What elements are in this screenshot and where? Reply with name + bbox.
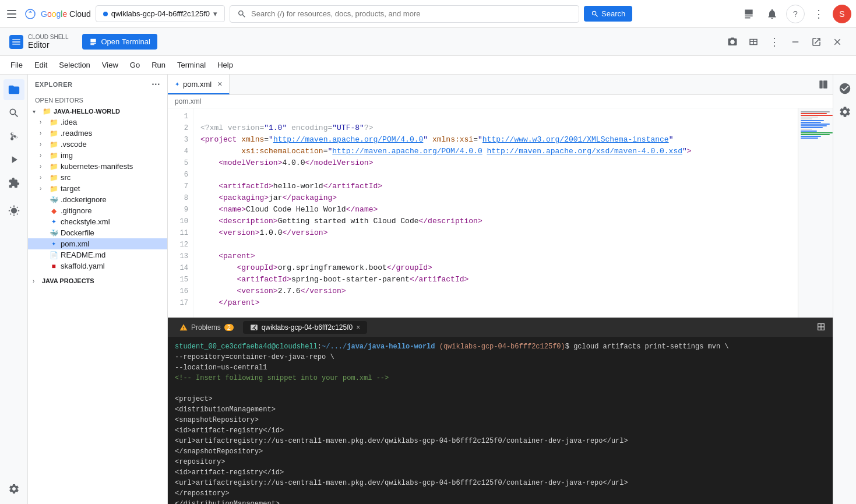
project-folder-icon: 📁 [42,107,51,115]
dockerignore-file-icon: 🐳 [49,196,58,204]
menu-terminal[interactable]: Terminal [171,58,212,72]
terminal-line-repo: <repository> [175,457,826,467]
problems-label: Problems [191,323,221,332]
menu-view[interactable]: View [96,58,124,72]
sidebar-cloud-icon[interactable] [3,200,24,221]
sidebar-source-control-icon[interactable] [3,126,24,147]
tab-close-button[interactable]: × [217,79,222,89]
menu-help[interactable]: Help [212,58,239,72]
project-dot-icon [103,12,108,16]
sidebar-extensions-icon[interactable] [3,172,24,193]
tree-item-checkstyle[interactable]: › ✦ checkstyle.xml [28,216,167,227]
tab-pom-xml[interactable]: ✦ pom.xml × [168,75,230,94]
tree-item-target[interactable]: › 📁 target [28,183,167,194]
terminal-content[interactable]: student_00_ce3cdfaeba4d@cloudshell:~/...… [168,337,833,504]
terminal-panel: Problems 2 qwiklabs-gcp-04-b6fff2c125f0 … [168,318,833,504]
terminal-tabs: Problems 2 qwiklabs-gcp-04-b6fff2c125f0 … [168,318,833,337]
search-icon [237,9,246,19]
img-label: img [61,151,73,160]
readme-label: README.md [61,251,105,259]
explorer-title: EXPLORER [35,81,73,88]
tree-item-dockerignore[interactable]: › 🐳 .dockerignore [28,194,167,205]
java-projects-label: JAVA PROJECTS [42,277,94,284]
tree-item-readmes[interactable]: › 📁 .readmes [28,128,167,139]
menu-file[interactable]: File [5,58,29,72]
terminal-tab-close-button[interactable]: × [356,323,360,332]
terminal-line-2: --location=us-central1 [175,362,826,373]
dockerignore-label: .dockerignore [61,195,107,204]
open-terminal-button[interactable]: Open Terminal [82,34,157,50]
minimap-icon[interactable] [819,80,828,89]
tab-pom-label: pom.xml [183,80,212,89]
notifications-button[interactable] [763,5,781,23]
project-label: JAVA-HELLO-WORLD [54,108,120,115]
readmes-label: .readmes [61,129,92,138]
right-settings-icon[interactable] [836,103,854,121]
user-avatar[interactable]: S [833,5,851,23]
tree-item-kubernetes[interactable]: › 📁 kubernetes-manifests [28,161,167,172]
problems-count-badge: 2 [224,324,234,331]
hamburger-menu-button[interactable] [5,7,19,21]
search-input[interactable] [251,9,572,18]
menu-go[interactable]: Go [124,58,146,72]
editor-camera-icon[interactable] [723,33,742,51]
file-explorer-panel: EXPLORER ··· OPEN EDITORS ▾ 📁 JAVA-HELLO… [28,75,168,504]
editor-bar-right-icons: ⋮ [723,33,847,51]
tree-item-dockerfile[interactable]: › 🐳 Dockerfile [28,227,167,238]
tree-item-idea[interactable]: › 📁 .idea [28,117,167,128]
terminal-split-button[interactable] [814,320,828,336]
help-button[interactable]: ? [786,5,805,23]
open-terminal-label: Open Terminal [101,37,150,46]
editor-close-icon[interactable] [828,33,847,51]
sidebar-run-debug-icon[interactable] [3,149,24,170]
menubar: File Edit Selection View Go Run Terminal… [0,56,856,75]
right-cloud-code-icon[interactable] [836,79,854,98]
tree-item-src[interactable]: › 📁 src [28,172,167,183]
code-content[interactable]: <?xml version="1.0" encoding="UTF-8"?> <… [193,108,798,318]
terminal-line-snap: <snapshotRepository> [175,415,826,425]
logo-text: Google Cloud [41,9,91,19]
terminal-icon-button[interactable] [739,5,758,23]
menu-selection[interactable]: Selection [53,58,96,72]
explorer-more-icon[interactable]: ··· [152,79,160,90]
tab-terminal[interactable]: qwiklabs-gcp-04-b6fff2c125f0 × [243,321,367,334]
google-cloud-logo[interactable]: Google Cloud [23,7,91,21]
tree-item-pom[interactable]: › ✦ pom.xml [28,238,167,249]
editor-minimize-icon[interactable] [786,33,805,51]
pom-file-icon: ✦ [49,241,58,247]
sidebar-settings-icon[interactable] [3,478,24,499]
cloud-shell-label: CLOUD SHELL [28,34,68,40]
project-chevron-icon: ▾ [33,108,40,115]
terminal-line-blank [175,383,826,394]
project-root-item[interactable]: ▾ 📁 JAVA-HELLO-WORLD [28,106,167,117]
sidebar-search-icon[interactable] [3,103,24,124]
skaffold-file-icon: ■ [49,262,58,270]
menu-run[interactable]: Run [146,58,171,72]
terminal-line-repo-url: <url>artifactregistry://us-central1-mave… [175,478,826,488]
vscode-chevron-icon: › [40,141,47,147]
editor-external-icon[interactable] [807,33,826,51]
menu-edit[interactable]: Edit [29,58,53,72]
tree-item-gitignore[interactable]: › ◆ .gitignore [28,205,167,216]
tree-item-img[interactable]: › 📁 img [28,150,167,161]
tree-item-readme[interactable]: › 📄 README.md [28,249,167,260]
line-numbers: 12345 678910 1112131415 1617 [168,108,193,318]
tree-item-skaffold[interactable]: › ■ skaffold.yaml [28,260,167,272]
project-selector[interactable]: qwiklabs-gcp-04-b6fff2c125f0 ▾ [96,5,225,22]
tab-problems[interactable]: Problems 2 [172,321,241,334]
topbar: Google Cloud qwiklabs-gcp-04-b6fff2c125f… [0,0,856,28]
java-projects-item[interactable]: › JAVA PROJECTS [28,276,167,286]
file-tree: ▾ 📁 JAVA-HELLO-WORLD › 📁 .idea › 📁 .read… [28,106,167,504]
search-button-icon [591,10,599,18]
target-folder-icon: 📁 [49,185,58,193]
sidebar-explorer-icon[interactable] [3,79,24,100]
editor-layout-icon[interactable] [744,33,763,51]
tree-item-vscode[interactable]: › 📁 .vscode [28,139,167,150]
more-options-button[interactable]: ⋮ [809,5,828,23]
cloud-shell-icon [9,35,23,49]
search-bar-container [230,5,579,23]
search-button[interactable]: Search [584,6,632,22]
terminal-line-dist-close: </distributionManagement> [175,499,826,504]
editor-more-options-icon[interactable]: ⋮ [765,33,784,51]
checkstyle-file-icon: ✦ [49,218,58,225]
